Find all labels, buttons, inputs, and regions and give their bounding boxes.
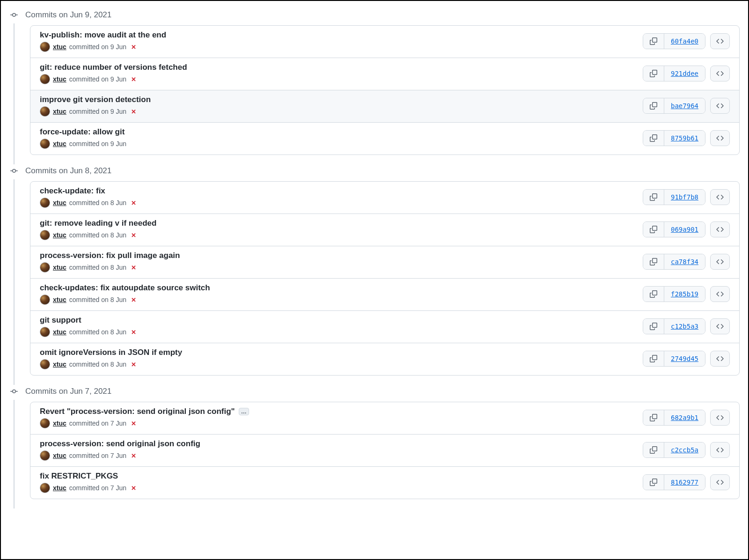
- author-avatar[interactable]: [40, 327, 50, 337]
- commit-title-link[interactable]: kv-publish: move audit at the end: [40, 30, 166, 40]
- commit-title-link[interactable]: git: remove leading v if needed: [40, 219, 156, 228]
- author-link[interactable]: xtuc: [53, 361, 66, 368]
- browse-repo-button[interactable]: [710, 442, 730, 458]
- browse-repo-button[interactable]: [710, 66, 730, 81]
- commit-title-link[interactable]: check-updates: fix autoupdate source swi…: [40, 283, 210, 293]
- commit-sha-link[interactable]: bae7964: [664, 98, 705, 113]
- browse-repo-button[interactable]: [710, 286, 730, 302]
- author-link[interactable]: xtuc: [53, 328, 66, 336]
- author-avatar[interactable]: [40, 418, 50, 428]
- copy-sha-button[interactable]: [643, 34, 664, 49]
- browse-repo-button[interactable]: [710, 189, 730, 205]
- status-failed-icon[interactable]: ✕: [131, 329, 136, 336]
- copy-sha-button[interactable]: [643, 66, 664, 81]
- browse-repo-button[interactable]: [710, 221, 730, 237]
- author-avatar[interactable]: [40, 295, 50, 305]
- copy-sha-button[interactable]: [643, 319, 664, 334]
- status-failed-icon[interactable]: ✕: [131, 264, 136, 271]
- author-avatar[interactable]: [40, 450, 50, 461]
- browse-repo-button[interactable]: [710, 130, 730, 146]
- author-avatar[interactable]: [40, 106, 50, 117]
- status-failed-icon[interactable]: ✕: [131, 76, 136, 83]
- copy-sha-button[interactable]: [643, 351, 664, 366]
- commit-sha-link[interactable]: 921ddee: [664, 66, 705, 81]
- copy-sha-button[interactable]: [643, 254, 664, 269]
- browse-repo-button[interactable]: [710, 410, 730, 426]
- commit-date: committed on 7 Jun: [69, 484, 126, 492]
- timeline-line: [14, 23, 15, 164]
- author-avatar[interactable]: [40, 359, 50, 369]
- commit-title-link[interactable]: Revert "process-version: send original j…: [40, 407, 235, 416]
- status-failed-icon[interactable]: ✕: [131, 232, 136, 239]
- browse-repo-button[interactable]: [710, 351, 730, 367]
- commit-sha-link[interactable]: ca78f34: [664, 254, 705, 269]
- commit-title: process-version: send original json conf…: [40, 439, 643, 449]
- commit-sha-link[interactable]: 069a901: [664, 222, 705, 237]
- commit-title-link[interactable]: process-version: send original json conf…: [40, 439, 200, 449]
- copy-sha-button[interactable]: [643, 222, 664, 237]
- author-link[interactable]: xtuc: [53, 140, 66, 147]
- status-failed-icon[interactable]: ✕: [131, 44, 136, 51]
- commit-title-link[interactable]: git support: [40, 316, 81, 325]
- author-link[interactable]: xtuc: [53, 264, 66, 271]
- copy-sha-button[interactable]: [643, 287, 664, 302]
- commit-actions: 60fa4e0: [643, 33, 730, 49]
- status-failed-icon[interactable]: ✕: [131, 485, 136, 492]
- commit-date: committed on 8 Jun: [69, 264, 126, 271]
- author-link[interactable]: xtuc: [53, 43, 66, 51]
- copy-icon: [650, 479, 657, 486]
- commits-container: Commits on Jun 9, 2021kv-publish: move a…: [0, 0, 749, 560]
- author-link[interactable]: xtuc: [53, 108, 66, 115]
- commit-title-link[interactable]: check-update: fix: [40, 186, 105, 196]
- author-avatar[interactable]: [40, 230, 50, 240]
- author-avatar[interactable]: [40, 74, 50, 84]
- author-avatar[interactable]: [40, 198, 50, 208]
- commit-sha-link[interactable]: c12b5a3: [664, 319, 705, 334]
- browse-repo-button[interactable]: [710, 254, 730, 270]
- commit-title-link[interactable]: improve git version detection: [40, 95, 151, 104]
- commit-title-link[interactable]: omit ignoreVersions in JSON if empty: [40, 348, 182, 357]
- copy-sha-button[interactable]: [643, 98, 664, 113]
- status-failed-icon[interactable]: ✕: [131, 199, 136, 206]
- commit-title-link[interactable]: process-version: fix pull image again: [40, 251, 180, 260]
- author-link[interactable]: xtuc: [53, 231, 66, 239]
- copy-sha-button[interactable]: [643, 410, 664, 425]
- browse-repo-button[interactable]: [710, 318, 730, 334]
- author-link[interactable]: xtuc: [53, 199, 66, 206]
- status-failed-icon[interactable]: ✕: [131, 296, 136, 303]
- code-icon: [716, 193, 724, 201]
- copy-sha-button[interactable]: [643, 475, 664, 490]
- status-failed-icon[interactable]: ✕: [131, 420, 136, 427]
- browse-repo-button[interactable]: [710, 474, 730, 490]
- commit-sha-link[interactable]: 682a9b1: [664, 410, 705, 425]
- status-failed-icon[interactable]: ✕: [131, 108, 136, 115]
- author-avatar[interactable]: [40, 262, 50, 273]
- commit-title-link[interactable]: force-update: allow git: [40, 127, 125, 137]
- commit-sha-link[interactable]: 8759b61: [664, 131, 705, 146]
- author-link[interactable]: xtuc: [53, 452, 66, 459]
- author-link[interactable]: xtuc: [53, 484, 66, 492]
- commit-sha-link[interactable]: f285b19: [664, 287, 705, 302]
- status-failed-icon[interactable]: ✕: [131, 452, 136, 459]
- commit-sha-link[interactable]: c2ccb5a: [664, 442, 705, 457]
- commit-title-link[interactable]: fix RESTRICT_PKGS: [40, 472, 118, 481]
- expand-message-button[interactable]: …: [239, 408, 249, 415]
- author-avatar[interactable]: [40, 483, 50, 493]
- commit-sha-link[interactable]: 91bf7b8: [664, 190, 705, 205]
- commit-list: check-update: fixxtuccommitted on 8 Jun✕…: [30, 181, 740, 376]
- author-link[interactable]: xtuc: [53, 75, 66, 83]
- author-link[interactable]: xtuc: [53, 420, 66, 427]
- author-avatar[interactable]: [40, 42, 50, 52]
- commit-sha-link[interactable]: 2749d45: [664, 351, 705, 366]
- browse-repo-button[interactable]: [710, 33, 730, 49]
- copy-sha-button[interactable]: [643, 442, 664, 457]
- author-avatar[interactable]: [40, 139, 50, 149]
- status-failed-icon[interactable]: ✕: [131, 361, 136, 368]
- commit-sha-link[interactable]: 60fa4e0: [664, 34, 705, 49]
- commit-title-link[interactable]: git: reduce number of versions fetched: [40, 63, 187, 72]
- copy-sha-button[interactable]: [643, 131, 664, 146]
- browse-repo-button[interactable]: [710, 98, 730, 114]
- commit-sha-link[interactable]: 8162977: [664, 475, 705, 490]
- copy-sha-button[interactable]: [643, 190, 664, 205]
- author-link[interactable]: xtuc: [53, 296, 66, 303]
